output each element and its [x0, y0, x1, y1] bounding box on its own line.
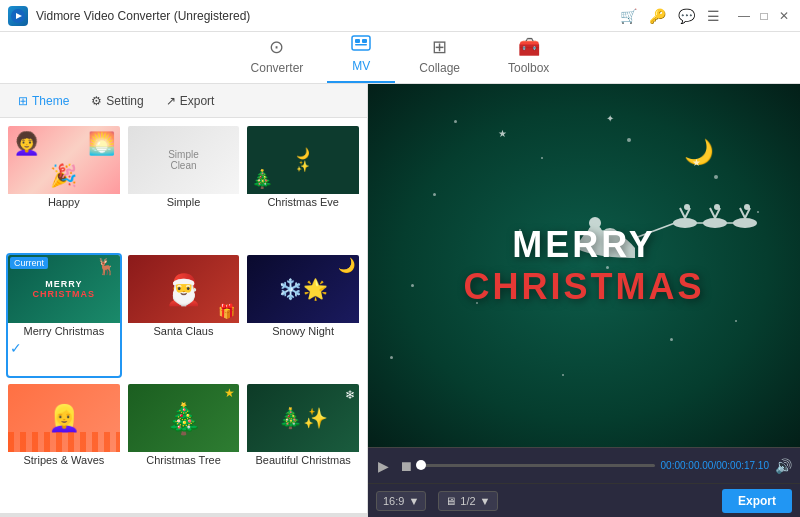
close-button[interactable]: ✕	[776, 8, 792, 24]
page-select[interactable]: 🖥 1/2 ▼	[438, 491, 497, 511]
chat-icon[interactable]: 💬	[678, 8, 695, 24]
panel-bottom-border	[0, 513, 367, 517]
window-controls[interactable]: — □ ✕	[736, 8, 792, 24]
format-bar: 16:9 ▼ 🖥 1/2 ▼ Export	[368, 483, 800, 517]
tab-collage[interactable]: ⊞ Collage	[395, 30, 484, 83]
progress-bar[interactable]	[421, 464, 655, 467]
theme-simple-label: Simple	[128, 194, 240, 210]
export-tab[interactable]: ↗ Export	[156, 90, 225, 112]
title-bar: Vidmore Video Converter (Unregistered) 🛒…	[0, 0, 800, 32]
preview-text: MERRY CHRISTMAS	[464, 224, 705, 308]
theme-tab-label: Theme	[32, 94, 69, 108]
title-toolbar-icons: 🛒 🔑 💬 ☰	[620, 8, 720, 24]
theme-happy-label: Happy	[8, 194, 120, 210]
theme-stripes-waves[interactable]: 👱‍♀️ Stripes & Waves	[6, 382, 122, 507]
playback-time: 00:00:00.00/00:00:17.10	[661, 460, 769, 471]
maximize-button[interactable]: □	[756, 8, 772, 24]
stop-button[interactable]: ⏹	[397, 456, 415, 476]
page-display: 1/2	[460, 495, 475, 507]
christmas-text: CHRISTMAS	[464, 266, 705, 308]
volume-icon[interactable]: 🔊	[775, 458, 792, 474]
theme-stripes-waves-label: Stripes & Waves	[8, 452, 120, 468]
aspect-dropdown-icon: ▼	[408, 495, 419, 507]
svg-rect-5	[355, 44, 367, 46]
theme-santa-claus[interactable]: 🎅 🎁 Santa Claus	[126, 253, 242, 378]
svg-rect-4	[362, 39, 367, 43]
svg-rect-3	[355, 39, 360, 43]
svg-line-12	[710, 208, 715, 218]
merry-text: MERRY	[464, 224, 705, 266]
setting-tab-label: Setting	[106, 94, 143, 108]
theme-grid: 👩‍🦱 🌅 🎉 Happy SimpleClean Simple 🌙✨	[0, 118, 367, 513]
star-1: ★	[498, 128, 507, 139]
page-dropdown-icon: ▼	[480, 495, 491, 507]
export-icon: ↗	[166, 94, 176, 108]
current-badge: Current	[10, 257, 48, 269]
tab-converter[interactable]: ⊙ Converter	[227, 30, 328, 83]
preview-area: 🌙 ★ ✦ ★	[368, 84, 800, 447]
toolbox-icon: 🧰	[518, 36, 540, 58]
mv-icon	[351, 35, 371, 56]
aspect-ratio-select[interactable]: 16:9 ▼	[376, 491, 426, 511]
theme-christmas-tree[interactable]: 🎄 ★ Christmas Tree	[126, 382, 242, 507]
theme-beautiful-christmas[interactable]: 🎄✨ ❄ Beautiful Christmas	[245, 382, 361, 507]
svg-line-16	[680, 208, 685, 218]
theme-tab[interactable]: ⊞ Theme	[8, 90, 79, 112]
theme-grid-icon: ⊞	[18, 94, 28, 108]
monitor-icon: 🖥	[445, 495, 456, 507]
sub-nav: ⊞ Theme ⚙ Setting ↗ Export	[0, 84, 367, 118]
theme-snowy-night[interactable]: ❄️🌟 🌙 Snowy Night	[245, 253, 361, 378]
tab-toolbox-label: Toolbox	[508, 61, 549, 75]
theme-santa-claus-label: Santa Claus	[128, 323, 240, 339]
theme-beautiful-christmas-label: Beautiful Christmas	[247, 452, 359, 468]
right-panel: 🌙 ★ ✦ ★	[368, 84, 800, 517]
setting-tab[interactable]: ⚙ Setting	[81, 90, 153, 112]
export-button[interactable]: Export	[722, 489, 792, 513]
app-logo	[8, 6, 28, 26]
main-content: ⊞ Theme ⚙ Setting ↗ Export 👩‍🦱 🌅 🎉	[0, 84, 800, 517]
menu-icon[interactable]: ☰	[707, 8, 720, 24]
svg-point-6	[733, 218, 757, 228]
export-tab-label: Export	[180, 94, 215, 108]
theme-christmas-tree-label: Christmas Tree	[128, 452, 240, 468]
collage-icon: ⊞	[432, 36, 447, 58]
selected-check: ✓	[10, 340, 22, 356]
theme-snowy-night-label: Snowy Night	[247, 323, 359, 339]
tab-collage-label: Collage	[419, 61, 460, 75]
theme-christmas-eve-label: Christmas Eve	[247, 194, 359, 210]
theme-happy[interactable]: 👩‍🦱 🌅 🎉 Happy	[6, 124, 122, 249]
theme-christmas-eve[interactable]: 🌙✨ 🎄 Christmas Eve	[245, 124, 361, 249]
tab-converter-label: Converter	[251, 61, 304, 75]
star-2: ✦	[606, 113, 614, 124]
setting-icon: ⚙	[91, 94, 102, 108]
theme-merry-christmas-label: Merry Christmas	[8, 323, 120, 339]
nav-tabs: ⊙ Converter MV ⊞ Collage 🧰 Toolbox	[0, 32, 800, 84]
play-button[interactable]: ▶	[376, 456, 391, 476]
app-title: Vidmore Video Converter (Unregistered)	[36, 9, 620, 23]
progress-dot	[416, 460, 426, 470]
star-3: ★	[692, 157, 701, 168]
tab-mv[interactable]: MV	[327, 29, 395, 83]
minimize-button[interactable]: —	[736, 8, 752, 24]
left-panel: ⊞ Theme ⚙ Setting ↗ Export 👩‍🦱 🌅 🎉	[0, 84, 368, 517]
converter-icon: ⊙	[269, 36, 284, 58]
playback-bar: ▶ ⏹ 00:00:00.00/00:00:17.10 🔊	[368, 447, 800, 483]
user-icon[interactable]: 🔑	[649, 8, 666, 24]
svg-rect-2	[352, 36, 370, 50]
cart-icon[interactable]: 🛒	[620, 8, 637, 24]
tab-toolbox[interactable]: 🧰 Toolbox	[484, 30, 573, 83]
svg-line-8	[740, 208, 745, 218]
aspect-ratio-label: 16:9	[383, 495, 404, 507]
theme-merry-christmas[interactable]: MERRYCHRISTMAS 🦌 Current ✓ Merry Christm…	[6, 253, 122, 378]
theme-simple[interactable]: SimpleClean Simple	[126, 124, 242, 249]
tab-mv-label: MV	[352, 59, 370, 73]
